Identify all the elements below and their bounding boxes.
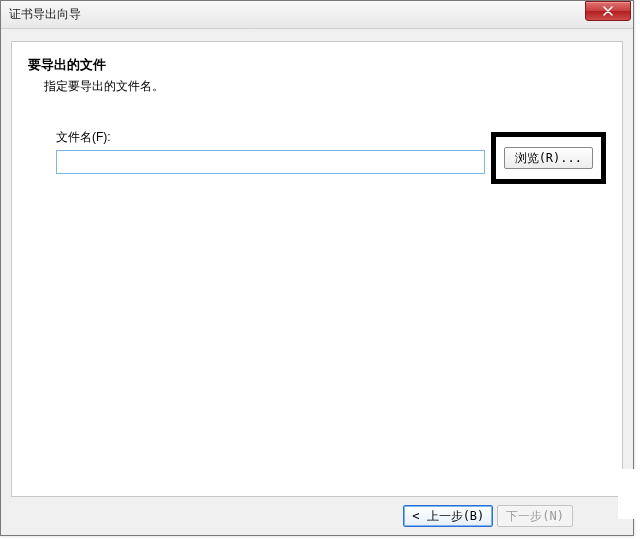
titlebar: 证书导出向导 <box>1 1 633 29</box>
wizard-panel: 要导出的文件 指定要导出的文件名。 文件名(F): 浏览(R)... <box>11 41 623 497</box>
filename-row: 浏览(R)... <box>56 150 606 184</box>
back-button[interactable]: < 上一步(B) <box>403 505 493 527</box>
wizard-buttons: < 上一步(B) 下一步(N) 取消 <box>11 505 623 527</box>
browse-highlight: 浏览(R)... <box>491 132 606 184</box>
close-button[interactable] <box>585 1 631 21</box>
section-heading: 要导出的文件 <box>28 56 606 74</box>
screenshot-artifact <box>618 469 640 519</box>
filename-input-wrap <box>56 150 485 184</box>
next-button[interactable]: 下一步(N) <box>497 505 573 527</box>
browse-button[interactable]: 浏览(R)... <box>504 147 593 169</box>
wizard-window: 证书导出向导 要导出的文件 指定要导出的文件名。 文件名(F): 浏览(R)..… <box>0 0 634 536</box>
section-subheading: 指定要导出的文件名。 <box>44 78 606 95</box>
close-icon <box>603 6 613 16</box>
window-title: 证书导出向导 <box>9 6 81 23</box>
filename-block: 文件名(F): 浏览(R)... <box>56 129 606 184</box>
content-area: 要导出的文件 指定要导出的文件名。 文件名(F): 浏览(R)... < 上一步… <box>1 29 633 535</box>
filename-input[interactable] <box>56 150 485 174</box>
